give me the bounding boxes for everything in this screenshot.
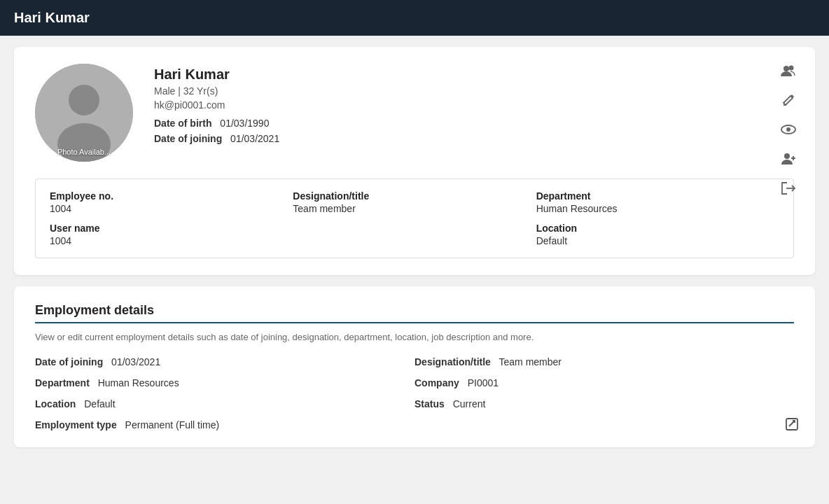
profile-dob: Date of birth 01/03/1990 xyxy=(154,118,794,129)
employee-no-label: Employee no. xyxy=(50,190,293,202)
emp-location: Location Default xyxy=(35,398,415,410)
profile-card: Photo Availab... Hari Kumar Male | 32 Yr… xyxy=(14,47,815,275)
logout-icon[interactable] xyxy=(779,178,798,198)
emp-status-value: Current xyxy=(453,398,486,410)
emp-company-label: Company xyxy=(415,377,459,388)
employment-title: Employment details xyxy=(35,303,794,318)
employment-grid: Date of joining 01/03/2021 Designation/t… xyxy=(35,356,794,430)
designation-value: Team member xyxy=(293,203,536,214)
info-cell-location: Location Default xyxy=(536,223,779,246)
emp-doj: Date of joining 01/03/2021 xyxy=(35,356,415,368)
info-cell-employee-no: Employee no. 1004 xyxy=(50,190,293,214)
designation-label: Designation/title xyxy=(293,190,536,202)
page-title: Hari Kumar xyxy=(14,10,90,25)
photo-label: Photo Availab... xyxy=(57,148,111,156)
emp-department-label: Department xyxy=(35,377,90,388)
employee-no-value: 1004 xyxy=(50,203,293,214)
emp-designation-label: Designation/title xyxy=(415,356,491,368)
employment-divider xyxy=(35,322,794,323)
username-value: 1004 xyxy=(50,235,293,246)
emp-location-value: Default xyxy=(84,398,115,410)
emp-department-value: Human Resources xyxy=(98,377,179,388)
edit-icon[interactable] xyxy=(779,90,798,110)
profile-dob-value: 01/03/1990 xyxy=(220,118,269,129)
page-header: Hari Kumar xyxy=(0,0,829,36)
main-content: Photo Availab... Hari Kumar Male | 32 Yr… xyxy=(0,36,829,458)
emp-employment-type-value: Permanent (Full time) xyxy=(125,419,220,430)
eye-icon[interactable] xyxy=(779,120,798,139)
svg-point-4 xyxy=(786,127,790,132)
svg-point-5 xyxy=(784,153,790,159)
employment-edit-icon[interactable] xyxy=(786,418,798,433)
emp-doj-value: 01/03/2021 xyxy=(111,356,160,368)
emp-doj-label: Date of joining xyxy=(35,356,103,368)
department-value: Human Resources xyxy=(536,203,779,214)
emp-status: Status Current xyxy=(415,398,794,410)
profile-name: Hari Kumar xyxy=(154,66,794,83)
add-user-icon[interactable] xyxy=(779,149,798,169)
avatar-circle xyxy=(35,64,133,162)
info-cell-username: User name 1004 xyxy=(50,223,293,246)
svg-point-1 xyxy=(789,66,794,71)
profile-gender-age: Male | 32 Yr(s) xyxy=(154,85,794,97)
employment-description: View or edit current employment details … xyxy=(35,332,794,342)
emp-designation-value: Team member xyxy=(499,356,562,368)
emp-status-label: Status xyxy=(415,398,445,410)
username-label: User name xyxy=(50,223,293,234)
svg-point-0 xyxy=(783,66,789,71)
emp-company-value: PI0001 xyxy=(468,377,499,388)
location-value: Default xyxy=(536,235,779,246)
profile-info: Hari Kumar Male | 32 Yr(s) hk@pi0001.com… xyxy=(154,64,794,148)
emp-company: Company PI0001 xyxy=(415,377,794,388)
location-label: Location xyxy=(536,223,779,234)
emp-department: Department Human Resources xyxy=(35,377,415,388)
emp-designation: Designation/title Team member xyxy=(415,356,794,368)
profile-dob-label: Date of birth xyxy=(154,118,211,129)
profile-doj-label: Date of joining xyxy=(154,133,222,144)
info-cell-empty xyxy=(293,223,536,246)
profile-top: Photo Availab... Hari Kumar Male | 32 Yr… xyxy=(35,64,794,162)
department-label: Department xyxy=(536,190,779,202)
info-cell-designation: Designation/title Team member xyxy=(293,190,536,214)
avatar: Photo Availab... xyxy=(35,64,133,162)
info-cell-department: Department Human Resources xyxy=(536,190,779,214)
profile-doj: Date of joining 01/03/2021 xyxy=(154,133,794,144)
group-icon[interactable] xyxy=(779,61,798,80)
emp-employment-type-label: Employment type xyxy=(35,419,117,430)
emp-location-label: Location xyxy=(35,398,76,410)
action-icons xyxy=(779,61,798,198)
svg-point-10 xyxy=(69,85,99,115)
svg-line-13 xyxy=(789,421,795,426)
profile-email: hk@pi0001.com xyxy=(154,99,794,111)
emp-employment-type: Employment type Permanent (Full time) xyxy=(35,419,415,430)
info-table: Employee no. 1004 Designation/title Team… xyxy=(35,178,794,258)
employment-card: Employment details View or edit current … xyxy=(14,286,815,447)
profile-doj-value: 01/03/2021 xyxy=(230,133,279,144)
